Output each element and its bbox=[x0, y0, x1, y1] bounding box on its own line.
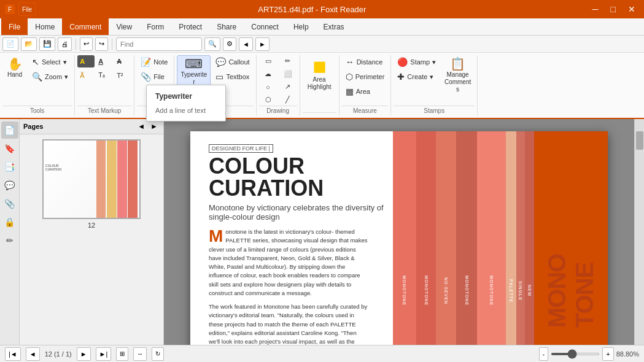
file-btn[interactable]: 📎 File bbox=[137, 70, 171, 83]
redo-btn[interactable]: ↪ bbox=[95, 37, 108, 51]
pages-content[interactable]: COLOURCURATION 12 bbox=[20, 134, 163, 345]
squiggly-icon: Ã bbox=[80, 72, 84, 79]
hand-tool-btn[interactable]: ✋ Hand bbox=[2, 55, 27, 81]
panel-edit-btn[interactable]: ✏ bbox=[1, 232, 18, 249]
underline-btn[interactable]: A bbox=[96, 55, 113, 67]
distance-btn[interactable]: ↔ Distance bbox=[342, 55, 389, 69]
maximize-btn[interactable]: □ bbox=[607, 3, 619, 15]
scrollbar-thumb[interactable] bbox=[636, 131, 643, 150]
cloud-btn[interactable]: ☁ bbox=[259, 68, 277, 80]
scrollbar-track[interactable] bbox=[635, 119, 644, 345]
first-page-btn[interactable]: |◄ bbox=[5, 347, 21, 361]
title-bar-left: F File bbox=[5, 2, 36, 16]
panel-security-btn[interactable]: 🔒 bbox=[1, 214, 18, 231]
line-btn[interactable]: ╱ bbox=[279, 94, 297, 106]
menu-share[interactable]: Share bbox=[209, 18, 244, 35]
panel-bookmarks-btn[interactable]: 🔖 bbox=[1, 140, 18, 157]
prev-page-btn[interactable]: ◄ bbox=[26, 347, 40, 361]
panel-comments-btn[interactable]: 💬 bbox=[1, 177, 18, 194]
perimeter-btn[interactable]: ⬡ Perimeter bbox=[342, 70, 389, 83]
highlight-btn[interactable]: A bbox=[77, 55, 95, 67]
dropdown-add-line-text[interactable]: Add a line of text bbox=[147, 104, 225, 117]
create-label: Create bbox=[407, 73, 427, 80]
panel-attachments-btn[interactable]: 📎 bbox=[1, 195, 18, 212]
page-thumbnail[interactable]: COLOURCURATION bbox=[42, 139, 141, 219]
stamp-btn[interactable]: 🔴 Stamp ▾ bbox=[394, 55, 440, 69]
select-icon: ↖ bbox=[32, 57, 39, 67]
perimeter-icon: ⬡ bbox=[346, 72, 353, 82]
menu-comment[interactable]: Comment bbox=[62, 18, 109, 35]
typewriter-icon: ⌨ bbox=[185, 58, 203, 70]
textbox-label: Textbox bbox=[226, 73, 249, 80]
measure-small-group: ↔ Distance ⬡ Perimeter ▦ Area bbox=[342, 55, 389, 98]
settings-btn[interactable]: ⚙ bbox=[223, 37, 236, 51]
textbox-btn[interactable]: ▭ Textbox bbox=[212, 70, 253, 83]
select-btn[interactable]: ↖ Select ▾ bbox=[28, 55, 72, 69]
doc-page: MONOTONE MONOTONE NO·SEVEN MONOTONE MONO… bbox=[190, 131, 608, 345]
search-input[interactable] bbox=[116, 37, 202, 51]
strikethrough-icon: A bbox=[117, 58, 122, 65]
note-label: Note bbox=[153, 58, 168, 66]
ellipse-icon: ○ bbox=[266, 83, 270, 91]
panel-pages-btn[interactable]: 📄 bbox=[1, 121, 18, 139]
dropdown-typewriter-title[interactable]: Typewriter bbox=[147, 89, 225, 104]
callout-btn[interactable]: 💬 Callout bbox=[212, 55, 253, 69]
close-btn[interactable]: ✕ bbox=[624, 3, 639, 15]
panel-layers-btn[interactable]: 📑 bbox=[1, 158, 18, 175]
next-page-btn[interactable]: ► bbox=[77, 347, 91, 361]
create-btn[interactable]: ✚ Create ▾ bbox=[394, 70, 440, 83]
last-page-btn[interactable]: ►| bbox=[96, 347, 112, 361]
zoom-in-btn[interactable]: + bbox=[602, 347, 613, 361]
title-bar: F File ART251.d4l.pdf - Foxit Reader ─ □… bbox=[0, 0, 644, 18]
undo-btn[interactable]: ↩ bbox=[80, 37, 93, 51]
fit-width-btn[interactable]: ↔ bbox=[133, 347, 147, 361]
callout-icon: 💬 bbox=[215, 57, 226, 67]
area-highlight-btn[interactable]: ◼ Area Highlight bbox=[303, 55, 336, 93]
doc-initial: M bbox=[209, 228, 223, 245]
insert-text-btn[interactable]: T² bbox=[114, 69, 131, 82]
area-measure-btn[interactable]: ▦ Area bbox=[342, 85, 389, 98]
menu-connect[interactable]: Connect bbox=[244, 18, 286, 35]
pages-prev-btn[interactable]: ◄ bbox=[136, 121, 147, 131]
next-nav-btn[interactable]: ► bbox=[255, 37, 270, 51]
polygon-btn[interactable]: ⬡ bbox=[259, 94, 277, 106]
search-btn[interactable]: 🔍 bbox=[204, 37, 220, 51]
zoom-btn[interactable]: 🔍 Zoom ▾ bbox=[28, 70, 72, 83]
ribbon-group-tools: ✋ Hand ↖ Select ▾ 🔍 Zoom ▾ Tools bbox=[0, 55, 75, 115]
spine-6: PALETTE bbox=[506, 131, 516, 345]
menu-form[interactable]: Form bbox=[139, 18, 171, 35]
title-file-btn[interactable]: File bbox=[18, 2, 36, 16]
separator bbox=[76, 39, 76, 50]
zoom-out-btn[interactable]: - bbox=[539, 347, 549, 361]
eraser-btn[interactable]: ⬜ bbox=[279, 68, 297, 80]
menu-view[interactable]: View bbox=[109, 18, 139, 35]
strikethrough-btn[interactable]: A bbox=[114, 55, 131, 67]
stamps-label: Stamps bbox=[394, 106, 475, 115]
menu-file[interactable]: File bbox=[1, 18, 28, 35]
menu-home[interactable]: Home bbox=[28, 18, 62, 35]
save-btn[interactable]: 💾 bbox=[39, 37, 55, 51]
rotate-btn[interactable]: ↻ bbox=[152, 347, 164, 361]
menu-help[interactable]: Help bbox=[286, 18, 316, 35]
doc-area[interactable]: MONOTONE MONOTONE NO·SEVEN MONOTONE MONO… bbox=[164, 119, 634, 345]
fit-page-btn[interactable]: ⊞ bbox=[116, 347, 128, 361]
ellipse-btn[interactable]: ○ bbox=[259, 81, 277, 93]
pages-next-btn[interactable]: ► bbox=[149, 121, 160, 131]
menu-extras[interactable]: Extras bbox=[316, 18, 352, 35]
arrow-btn[interactable]: ↗ bbox=[279, 81, 297, 93]
replace-text-btn[interactable]: T₂ bbox=[96, 69, 113, 82]
open-btn[interactable]: 📂 bbox=[21, 37, 37, 51]
pencil-btn[interactable]: ✏ bbox=[279, 55, 297, 67]
rect-icon: ▭ bbox=[265, 57, 271, 65]
right-scrollbar[interactable] bbox=[634, 119, 644, 345]
print-btn[interactable]: 🖨 bbox=[58, 37, 72, 51]
manage-comments-btn[interactable]: 📋 Manage Comments bbox=[441, 55, 475, 96]
rect-btn[interactable]: ▭ bbox=[259, 55, 277, 67]
new-btn[interactable]: 📄 bbox=[2, 37, 18, 51]
squiggly-btn[interactable]: Ã bbox=[77, 69, 95, 82]
menu-protect[interactable]: Protect bbox=[171, 18, 209, 35]
prev-nav-btn[interactable]: ◄ bbox=[239, 37, 253, 51]
zoom-slider[interactable] bbox=[551, 353, 600, 355]
note-btn[interactable]: 📝 Note bbox=[137, 55, 171, 69]
minimize-btn[interactable]: ─ bbox=[589, 3, 602, 15]
